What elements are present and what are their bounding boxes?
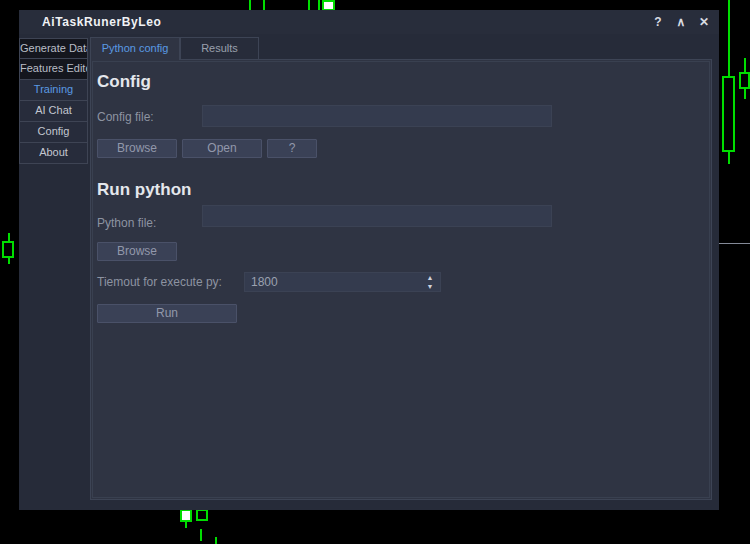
help-icon[interactable]: ? — [649, 13, 667, 31]
sidebar-item-generate-data[interactable]: Generate Data — [19, 38, 88, 59]
sidebar-item-config[interactable]: Config — [19, 122, 88, 143]
app-window: AiTaskRunerByLeo ? ∧ ✕ Generate Data Fea… — [19, 10, 719, 510]
title-bar[interactable]: AiTaskRunerByLeo ? ∧ ✕ — [19, 10, 719, 34]
timeout-label: Tiemout for execute py: — [97, 275, 222, 289]
run-python-heading: Run python — [97, 180, 191, 200]
tab-python-config[interactable]: Python config — [90, 37, 180, 60]
candlestick — [249, 0, 251, 10]
candlestick — [196, 509, 208, 521]
candlestick — [2, 241, 14, 258]
sidebar-item-ai-chat[interactable]: AI Chat — [19, 101, 88, 122]
config-browse-button[interactable]: Browse — [97, 139, 177, 158]
config-open-button[interactable]: Open — [182, 139, 262, 158]
candlestick — [263, 0, 265, 10]
python-file-label: Python file: — [97, 216, 156, 230]
window-controls: ? ∧ ✕ — [649, 13, 713, 31]
config-heading: Config — [97, 72, 151, 92]
candlestick — [185, 522, 187, 528]
spin-up-icon[interactable]: ▲ — [422, 273, 438, 282]
price-line — [719, 243, 750, 244]
candlestick — [728, 0, 730, 78]
tab-content-pane: Config Config file: Browse Open ? Run py… — [90, 59, 712, 500]
window-title: AiTaskRunerByLeo — [42, 15, 161, 29]
sidebar-item-features-editor[interactable]: Features Editor — [19, 59, 88, 80]
config-file-label: Config file: — [97, 110, 154, 124]
timeout-spinbox[interactable]: 1800 ▲ ▼ — [244, 272, 441, 292]
candlestick — [308, 0, 310, 10]
candlestick — [180, 509, 192, 522]
spin-down-icon[interactable]: ▼ — [422, 282, 438, 291]
sidebar-item-training[interactable]: Training — [19, 80, 88, 101]
python-browse-button[interactable]: Browse — [97, 242, 177, 261]
timeout-value: 1800 — [251, 273, 278, 291]
candlestick — [8, 258, 10, 264]
config-file-input[interactable] — [202, 105, 552, 127]
candlestick — [744, 89, 746, 99]
sidebar-item-about[interactable]: About — [19, 143, 88, 164]
minimize-icon[interactable]: ∧ — [672, 13, 690, 31]
candlestick — [739, 72, 750, 89]
candlestick — [318, 0, 320, 10]
run-button[interactable]: Run — [97, 304, 237, 323]
candlestick — [200, 529, 202, 541]
spinbox-buttons: ▲ ▼ — [422, 273, 438, 291]
candlestick — [215, 537, 217, 544]
sidebar: Generate Data Features Editor Training A… — [19, 38, 88, 164]
close-icon[interactable]: ✕ — [695, 13, 713, 31]
candlestick — [728, 152, 730, 164]
config-help-button[interactable]: ? — [267, 139, 317, 158]
candlestick — [722, 76, 735, 152]
tab-results[interactable]: Results — [180, 37, 259, 59]
python-file-input[interactable] — [202, 205, 552, 227]
